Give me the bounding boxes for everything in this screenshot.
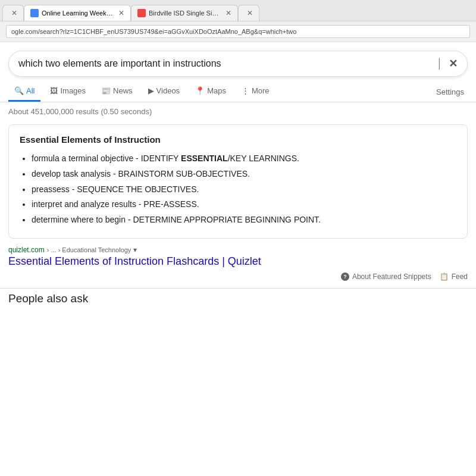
nav-item-all[interactable]: 🔍 All (8, 82, 40, 102)
section-divider (0, 288, 476, 289)
people-also-ask-heading: People also ask (8, 292, 468, 305)
browser-tabs: ✕ Online Learning Week 4 Assignm ✕ Birdv… (0, 0, 476, 21)
nav-label-maps: Maps (207, 86, 226, 95)
nav-item-maps[interactable]: 📍 Maps (189, 82, 232, 102)
tab-birdville[interactable]: Birdville ISD Single Sign-On Port ✕ (131, 5, 238, 21)
feedback-label: Feed (452, 273, 468, 281)
tab-google[interactable]: Online Learning Week 4 Assignm ✕ (24, 5, 131, 21)
maps-nav-icon: 📍 (195, 86, 205, 95)
more-nav-icon: ⋮ (242, 86, 249, 95)
about-featured-snippets-button[interactable]: ? About Featured Snippets (341, 273, 431, 281)
source-breadcrumb: › ... › Educational Technology (47, 246, 131, 253)
source-domain[interactable]: quizlet.com (8, 246, 45, 254)
nav-label-all: All (26, 86, 35, 95)
tab-close-icon[interactable]: ✕ (11, 9, 17, 17)
nav-item-images[interactable]: 🖼 Images (44, 82, 92, 102)
tab-label-google: Online Learning Week 4 Assignm (42, 10, 113, 17)
nav-label-news: News (113, 86, 133, 95)
nav-item-news[interactable]: 📰 News (95, 82, 139, 102)
search-bar-area: which two elements are important in inst… (0, 42, 476, 77)
source-arrow-icon: ▾ (133, 246, 137, 254)
nav-label-more: More (252, 86, 270, 95)
settings-button[interactable]: Settings (433, 83, 468, 101)
tab-1[interactable]: ✕ (2, 5, 24, 21)
nav-label-images: Images (60, 86, 86, 95)
search-query-text: which two elements are important in inst… (18, 58, 431, 69)
nav-item-more[interactable]: ⋮ More (236, 82, 275, 102)
search-nav-icon: 🔍 (14, 86, 24, 95)
address-input[interactable]: ogle.com/search?rlz=1C1CHBF_enUS739US749… (6, 25, 470, 38)
snippet-item-2: develop task analysis - BRAINSTORM SUB-O… (32, 167, 456, 181)
question-icon: ? (341, 273, 349, 281)
cursor-icon: │ (437, 58, 443, 69)
tab-new[interactable]: ✕ (238, 5, 259, 21)
images-nav-icon: 🖼 (50, 86, 58, 95)
about-snippets-label: About Featured Snippets (352, 273, 431, 281)
feedback-icon: 📋 (440, 273, 449, 281)
snippet-item-1-before: formula a terminal objective - IDENTIFY (32, 154, 181, 163)
result-link[interactable]: Essential Elements of Instruction Flashc… (8, 255, 261, 267)
nav-item-videos[interactable]: ▶ Videos (142, 82, 186, 102)
snippet-item-1: formula a terminal objective - IDENTIFY … (32, 152, 456, 166)
snippet-title: Essential Elements of Instruction (20, 134, 456, 145)
snippet-item-4: interpret and analyze results - PRE-ASSE… (32, 198, 456, 212)
results-count: About 451,000,000 results (0.50 seconds) (0, 102, 476, 121)
nav-label-videos: Videos (156, 86, 180, 95)
tab-close-google[interactable]: ✕ (118, 9, 124, 17)
snippet-item-3: preassess - SEQUENCE THE OBJECTIVES. (32, 183, 456, 197)
clear-search-button[interactable]: ✕ (449, 57, 458, 70)
source-line: quizlet.com › ... › Educational Technolo… (8, 246, 468, 254)
tab-label-birdville: Birdville ISD Single Sign-On Port (149, 10, 220, 17)
tab-favicon-google (30, 9, 39, 17)
featured-snippet-box: Essential Elements of Instruction formul… (8, 124, 468, 239)
news-nav-icon: 📰 (101, 86, 111, 95)
feedback-button[interactable]: 📋 Feed (440, 273, 468, 281)
videos-nav-icon: ▶ (148, 86, 154, 95)
search-box: which two elements are important in inst… (8, 51, 468, 77)
snippet-list: formula a terminal objective - IDENTIFY … (20, 152, 456, 227)
search-nav: 🔍 All 🖼 Images 📰 News ▶ Videos 📍 Maps ⋮ … (0, 77, 476, 102)
new-tab-icon[interactable]: ✕ (247, 9, 253, 17)
address-bar: ogle.com/search?rlz=1C1CHBF_enUS739US749… (0, 21, 476, 42)
snippet-item-5: determine where to begin - DETERMINE APP… (32, 213, 456, 227)
snippet-item-1-after: /KEY LEARNINGS. (228, 154, 299, 163)
snippet-footer: ? About Featured Snippets 📋 Feed (0, 268, 476, 286)
tab-favicon-birdville (137, 9, 146, 17)
tab-close-birdville[interactable]: ✕ (226, 9, 231, 17)
snippet-item-1-bold: ESSENTIAL (181, 154, 228, 163)
